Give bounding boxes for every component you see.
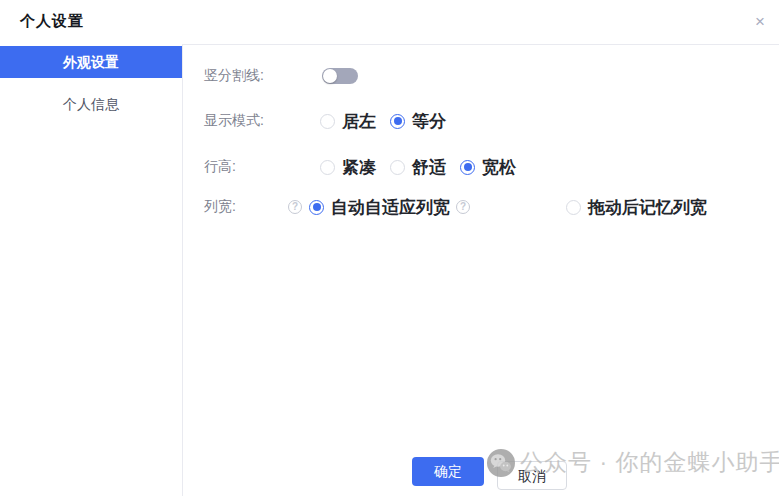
radio-icon-checked[interactable] <box>460 160 475 175</box>
radio-option-label: 等分 <box>412 110 446 133</box>
radio-option-label: 自动自适应列宽 <box>331 196 450 219</box>
radio-option-comfortable[interactable]: 舒适 <box>390 156 446 179</box>
page-title: 个人设置 <box>20 12 84 31</box>
help-icon[interactable]: ? <box>288 200 302 214</box>
sidebar-item-label: 个人信息 <box>63 96 119 112</box>
radio-option-remember-drag-width[interactable]: 拖动后记忆列宽 <box>566 196 707 219</box>
confirm-button[interactable]: 确定 <box>412 457 484 486</box>
sidebar-item-label: 外观设置 <box>63 54 119 70</box>
radio-option-label: 紧凑 <box>342 156 376 179</box>
radio-option-auto-fit-width[interactable]: 自动自适应列宽 <box>309 196 450 219</box>
toggle-knob <box>323 69 337 83</box>
radio-icon[interactable] <box>320 160 335 175</box>
radio-option-align-left[interactable]: 居左 <box>320 110 376 133</box>
radio-option-loose[interactable]: 宽松 <box>460 156 516 179</box>
display-mode-label: 显示模式: <box>204 112 264 130</box>
dialog-header: 个人设置 × <box>0 0 779 45</box>
row-height-row: 行高: 紧凑 舒适 宽松 <box>183 150 779 184</box>
help-icon[interactable]: ? <box>456 200 470 214</box>
radio-icon-checked[interactable] <box>309 200 324 215</box>
cancel-button[interactable]: 取消 <box>497 461 567 490</box>
radio-option-label: 舒适 <box>412 156 446 179</box>
divider-row: 竖分割线: <box>183 59 779 93</box>
radio-icon[interactable] <box>566 200 581 215</box>
divider-toggle[interactable] <box>322 68 358 84</box>
sidebar-item-appearance[interactable]: 外观设置 <box>0 46 182 78</box>
radio-option-label: 居左 <box>342 110 376 133</box>
column-width-row: 列宽: ? 自动自适应列宽 ? 拖动后记忆列宽 <box>183 190 779 224</box>
row-height-label: 行高: <box>204 158 236 176</box>
radio-icon-checked[interactable] <box>390 114 405 129</box>
radio-icon[interactable] <box>390 160 405 175</box>
radio-option-label: 宽松 <box>482 156 516 179</box>
radio-option-equal-split[interactable]: 等分 <box>390 110 446 133</box>
radio-option-label: 拖动后记忆列宽 <box>588 196 707 219</box>
divider-label: 竖分割线: <box>204 67 264 85</box>
settings-sidebar: 外观设置 个人信息 <box>0 44 183 496</box>
close-icon[interactable]: × <box>751 13 769 31</box>
column-width-label: 列宽: <box>204 198 236 216</box>
radio-icon[interactable] <box>320 114 335 129</box>
display-mode-row: 显示模式: 居左 等分 <box>183 104 779 138</box>
radio-option-compact[interactable]: 紧凑 <box>320 156 376 179</box>
sidebar-item-profile[interactable]: 个人信息 <box>0 88 182 120</box>
